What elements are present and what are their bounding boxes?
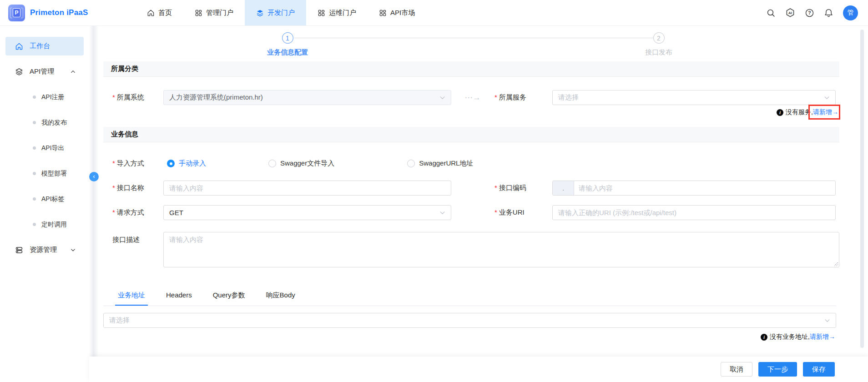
footer-actions: 取消 下一步 保存	[89, 357, 868, 382]
home-icon	[15, 42, 23, 50]
dashed-arrow-icon: ⋯→	[451, 93, 495, 102]
sidebar-item-my-publish[interactable]: 我的发布	[5, 113, 84, 132]
nav-item-dev-portal[interactable]: 开发门户	[245, 0, 306, 25]
business-uri-input-wrap	[552, 205, 836, 220]
request-method-select[interactable]: GET	[163, 205, 451, 220]
sidebar-item-workbench[interactable]: 工作台	[5, 37, 84, 55]
layers-icon	[15, 68, 23, 76]
layers-icon	[256, 9, 264, 17]
service-select[interactable]: 请选择	[552, 90, 836, 105]
chevron-up-icon	[71, 69, 76, 74]
chevron-down-icon	[439, 210, 445, 216]
nav-item-home[interactable]: 首页	[136, 0, 183, 25]
tab-query-params[interactable]: Query参数	[213, 291, 245, 306]
section-header-category: 所属分类	[103, 61, 839, 77]
database-icon	[15, 246, 23, 254]
method-uri-row: *请求方式 GET *业务URI	[103, 205, 839, 220]
import-mode-label: *导入方式	[103, 159, 163, 168]
service-label: *所属服务	[495, 93, 552, 102]
sidebar-gutter: ‹	[89, 26, 99, 382]
sidebar-group-api-management[interactable]: API管理	[5, 62, 84, 81]
api-description-label: 接口描述	[103, 232, 163, 247]
grid-icon	[379, 9, 387, 17]
sidebar-group-resource-management[interactable]: 资源管理	[5, 241, 84, 259]
primeton-logo-icon: P	[8, 5, 25, 21]
system-label: *所属系统	[103, 93, 163, 102]
wizard-stepper: 1 业务信息配置 2 接口发布	[103, 26, 839, 61]
nav-item-admin-portal[interactable]: 管理门户	[183, 0, 245, 25]
sidebar-item-api-register[interactable]: API注册	[5, 88, 84, 106]
add-address-link[interactable]: 请新增→	[810, 333, 835, 341]
cancel-button[interactable]: 取消	[721, 362, 752, 377]
business-uri-input[interactable]	[558, 209, 830, 216]
api-code-input-wrap: .	[552, 181, 836, 196]
scrollbar-thumb[interactable]	[860, 30, 864, 348]
sidebar: 工作台 API管理 API注册 我的发布 API导出 模型部署 API标签 定时…	[0, 26, 89, 382]
address-note: i 没有业务地址, 请新增→	[103, 332, 839, 342]
top-navigation-bar: P Primeton iPaaS 首页 管理门户 开发门户 运维门户	[0, 0, 868, 26]
business-uri-label: *业务URI	[495, 208, 552, 217]
description-row: 接口描述 请输入内容	[103, 232, 839, 267]
svg-text:AI: AI	[788, 11, 792, 15]
sidebar-item-model-deploy[interactable]: 模型部署	[5, 164, 84, 183]
grid-icon	[195, 9, 202, 17]
ai-assistant-icon[interactable]: AI	[785, 8, 795, 18]
system-select[interactable]: 人力资源管理系统(primeton.hr)	[163, 90, 451, 105]
sidebar-item-scheduled-call[interactable]: 定时调用	[5, 215, 84, 234]
brand: P Primeton iPaaS	[8, 5, 126, 21]
tab-response-body[interactable]: 响应Body	[266, 291, 295, 306]
code-prefix: .	[553, 181, 574, 195]
bullet-icon	[33, 172, 36, 175]
business-address-select[interactable]: 请选择	[103, 313, 836, 328]
nav-item-api-market[interactable]: API市场	[368, 0, 426, 25]
topbar-actions: AI ? 管	[766, 5, 858, 20]
step-label: 接口发布	[645, 48, 672, 57]
api-name-input-wrap	[163, 181, 451, 196]
sidebar-collapse-button[interactable]: ‹	[89, 172, 99, 181]
radio-icon	[268, 160, 276, 167]
sidebar-item-api-export[interactable]: API导出	[5, 139, 84, 157]
search-icon[interactable]	[766, 8, 776, 18]
chevron-down-icon	[71, 247, 76, 252]
tab-business-address[interactable]: 业务地址	[118, 291, 145, 306]
svg-text:?: ?	[808, 10, 811, 15]
home-icon	[147, 9, 155, 17]
grid-icon	[318, 9, 325, 17]
resize-handle-icon[interactable]	[833, 261, 838, 266]
stepper-connector	[294, 38, 653, 38]
step-api-publish: 2 接口发布	[645, 32, 672, 57]
radio-swagger-file[interactable]: Swagger文件导入	[268, 159, 334, 168]
info-icon: i	[777, 109, 783, 116]
step-number: 1	[282, 32, 293, 44]
radio-swagger-url[interactable]: SwaggerURL地址	[407, 159, 473, 168]
brand-name: Primeton iPaaS	[30, 8, 88, 17]
step-label: 业务信息配置	[267, 48, 308, 57]
section-header-business: 业务信息	[103, 127, 839, 142]
save-button[interactable]: 保存	[803, 362, 835, 377]
api-description-textarea[interactable]: 请输入内容	[163, 232, 839, 267]
info-icon: i	[761, 334, 767, 341]
portal-nav: 首页 管理门户 开发门户 运维门户 API市场	[136, 0, 426, 25]
help-icon[interactable]: ?	[805, 8, 814, 18]
main-content: 1 业务信息配置 2 接口发布 所属分类 *所属系统 人力资源管理系统(prim…	[99, 26, 868, 357]
nav-item-ops-portal[interactable]: 运维门户	[306, 0, 368, 25]
detail-tabs: 业务地址 Headers Query参数 响应Body	[118, 291, 839, 306]
chevron-down-icon	[824, 95, 830, 101]
next-step-button[interactable]: 下一步	[758, 362, 797, 377]
bullet-icon	[33, 197, 36, 201]
api-name-label: *接口名称	[103, 184, 163, 192]
api-code-input[interactable]	[579, 184, 830, 192]
step-number: 2	[653, 32, 665, 44]
user-avatar[interactable]: 管	[843, 5, 858, 20]
bell-icon[interactable]	[824, 8, 833, 18]
api-name-input[interactable]	[169, 184, 445, 192]
bullet-icon	[33, 121, 36, 124]
tab-headers[interactable]: Headers	[166, 291, 192, 306]
category-row: *所属系统 人力资源管理系统(primeton.hr) ⋯→ *所属服务 请选择	[103, 90, 839, 105]
step-business-config: 1 业务信息配置	[267, 32, 308, 57]
import-mode-row: *导入方式 手动录入 Swagger文件导入 SwaggerURL地址	[103, 156, 839, 171]
radio-manual-entry[interactable]: 手动录入	[167, 159, 206, 168]
red-annotation-box	[808, 105, 840, 120]
chevron-down-icon	[439, 95, 445, 101]
sidebar-item-api-tags[interactable]: API标签	[5, 190, 84, 208]
